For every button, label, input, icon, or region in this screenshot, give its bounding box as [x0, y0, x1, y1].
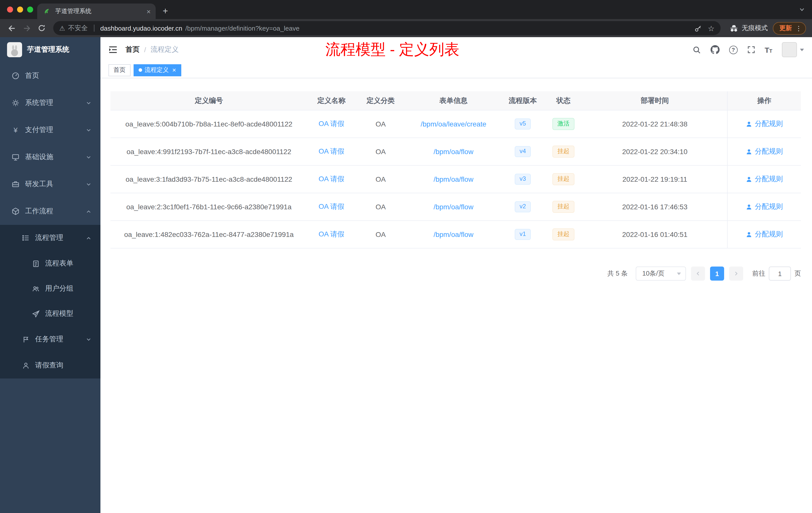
- tag-process-definition[interactable]: 流程定义 ×: [134, 64, 181, 76]
- sidebar-toggle-icon[interactable]: [108, 44, 118, 55]
- new-tab-button[interactable]: +: [163, 6, 168, 16]
- help-icon[interactable]: ?: [729, 46, 737, 54]
- sidebar-item-process-management[interactable]: 流程管理: [0, 225, 100, 251]
- column-header: 定义名称: [307, 91, 355, 110]
- sidebar-item-home[interactable]: 首页: [0, 62, 100, 89]
- navbar: 首页 / 流程定义 流程模型 - 定义列表 ?: [100, 37, 812, 62]
- zoom-window-button[interactable]: [27, 6, 33, 12]
- minimize-window-button[interactable]: [17, 6, 23, 12]
- search-icon[interactable]: [692, 46, 701, 54]
- status-badge: 挂起: [552, 173, 575, 185]
- definition-id: oa_leave:3:1fad3d93-7b75-11ec-a3c8-acde4…: [111, 165, 307, 193]
- caret-down-icon: [800, 49, 804, 51]
- sidebar-item-dev-tools[interactable]: 研发工具: [0, 171, 100, 198]
- close-window-button[interactable]: [7, 6, 13, 12]
- assign-rule-button[interactable]: 分配规则: [746, 175, 783, 184]
- divider: [94, 25, 94, 32]
- sidebar-item-process-model[interactable]: 流程模型: [0, 301, 100, 326]
- tags-bar: 首页 流程定义 ×: [100, 62, 812, 78]
- definition-name-link[interactable]: OA 请假: [307, 111, 355, 138]
- page-size-select[interactable]: 10条/页: [636, 267, 686, 280]
- dashboard-icon: [11, 72, 20, 80]
- app-title: 芋道管理系统: [27, 45, 69, 54]
- sidebar-item-user-group[interactable]: 用户分组: [0, 276, 100, 301]
- security-label[interactable]: 不安全: [68, 24, 88, 33]
- form-link[interactable]: /bpm/oa/flow: [406, 221, 501, 248]
- prev-page-button[interactable]: [691, 267, 705, 280]
- form-link[interactable]: /bpm/oa/flow: [406, 138, 501, 165]
- column-header: 状态: [544, 91, 582, 110]
- assign-rule-button[interactable]: 分配规则: [746, 119, 783, 128]
- browser-tab[interactable]: 芋道管理系统 ×: [37, 3, 156, 19]
- tag-close-icon[interactable]: ×: [172, 67, 176, 73]
- sidebar-item-payment[interactable]: ¥ 支付管理: [0, 117, 100, 144]
- user-group-icon: [31, 285, 40, 292]
- avatar[interactable]: [782, 42, 797, 57]
- app-logo[interactable]: 芋道管理系统: [0, 37, 100, 62]
- address-bar[interactable]: ⚠ 不安全 dashboard.yudao.iocoder.cn /bpm/ma…: [53, 21, 721, 35]
- page-number-1[interactable]: 1: [710, 267, 724, 280]
- column-header: 表单信息: [406, 91, 501, 110]
- forward-icon[interactable]: [19, 21, 34, 36]
- tab-close-icon[interactable]: ×: [147, 8, 151, 15]
- goto-page-input[interactable]: [769, 267, 791, 280]
- definition-id: oa_leave:4:991f2193-7b7f-11ec-a3c8-acde4…: [111, 138, 307, 165]
- tag-home[interactable]: 首页: [109, 64, 130, 76]
- person-icon: [746, 176, 752, 182]
- next-page-button[interactable]: [729, 267, 743, 280]
- deploy-time: 2022-01-22 19:19:11: [582, 165, 727, 193]
- form-link[interactable]: /bpm/oa/flow: [406, 165, 501, 193]
- update-button[interactable]: 更新 ⋮: [773, 22, 806, 34]
- chevron-down-icon: [86, 154, 91, 160]
- definition-name-link[interactable]: OA 请假: [307, 138, 355, 165]
- user-menu[interactable]: [782, 42, 804, 57]
- sidebar-item-task-management[interactable]: 任务管理: [0, 326, 100, 352]
- chevron-up-icon: [86, 209, 91, 214]
- chevron-down-icon: [86, 337, 91, 342]
- definition-name-link[interactable]: OA 请假: [307, 193, 355, 220]
- breadcrumb-home[interactable]: 首页: [125, 45, 140, 54]
- form-link[interactable]: /bpm/oa/leave/create: [406, 111, 501, 138]
- fullscreen-icon[interactable]: [747, 46, 755, 54]
- definition-category: OA: [355, 111, 406, 138]
- table-row: oa_leave:2:3c1f0ef1-76b1-11ec-9c66-a2380…: [111, 193, 801, 221]
- table-row: oa_leave:3:1fad3d93-7b75-11ec-a3c8-acde4…: [111, 165, 801, 193]
- person-icon: [746, 204, 752, 210]
- assign-rule-button[interactable]: 分配规则: [746, 230, 783, 239]
- person-icon: [746, 121, 752, 127]
- definition-id: oa_leave:1:482ec033-762a-11ec-8477-a2380…: [111, 221, 307, 248]
- definition-name-link[interactable]: OA 请假: [307, 221, 355, 248]
- version-badge: v2: [501, 193, 544, 220]
- reload-icon[interactable]: [34, 21, 49, 36]
- definition-id: oa_leave:5:004b710b-7b8a-11ec-8ef0-acde4…: [111, 111, 307, 138]
- yen-icon: ¥: [11, 126, 20, 134]
- sidebar-item-infrastructure[interactable]: 基础设施: [0, 144, 100, 171]
- table-body: oa_leave:5:004b710b-7b8a-11ec-8ef0-acde4…: [111, 111, 801, 248]
- person-icon: [746, 148, 752, 155]
- chevron-up-icon: [86, 235, 91, 241]
- table-row: oa_leave:1:482ec033-762a-11ec-8477-a2380…: [111, 221, 801, 248]
- sidebar-item-process-form[interactable]: 流程表单: [0, 251, 100, 276]
- total-count: 共 5 条: [607, 269, 628, 278]
- url-host: dashboard.yudao.iocoder.cn: [100, 24, 182, 32]
- bookmark-star-icon[interactable]: ☆: [708, 24, 715, 32]
- back-icon[interactable]: [4, 21, 19, 36]
- assign-rule-button[interactable]: 分配规则: [746, 202, 783, 211]
- assign-rule-button[interactable]: 分配规则: [746, 147, 783, 156]
- github-icon[interactable]: [710, 45, 719, 54]
- sidebar-item-system[interactable]: 系统管理: [0, 89, 100, 117]
- sidebar-item-leave-query[interactable]: 请假查询: [0, 352, 100, 379]
- page-content: 定义编号 定义名称 定义分类 表单信息 流程版本 状态 部署时间 操作 oa_l…: [100, 78, 812, 513]
- form-link[interactable]: /bpm/oa/flow: [406, 193, 501, 220]
- definition-name-link[interactable]: OA 请假: [307, 165, 355, 193]
- table-row: oa_leave:4:991f2193-7b7f-11ec-a3c8-acde4…: [111, 138, 801, 165]
- toolbox-icon: [11, 180, 20, 188]
- font-size-icon[interactable]: TT: [764, 46, 772, 54]
- sidebar-item-workflow[interactable]: 工作流程: [0, 198, 100, 225]
- version-badge: v4: [501, 138, 544, 165]
- tab-search-chevron-icon[interactable]: [799, 6, 805, 12]
- password-key-icon[interactable]: [694, 24, 702, 32]
- flag-icon: [21, 336, 30, 343]
- browser-menu-icon[interactable]: ⋮: [795, 25, 802, 31]
- sidebar: 芋道管理系统 首页 系统管理 ¥ 支付管理: [0, 37, 100, 513]
